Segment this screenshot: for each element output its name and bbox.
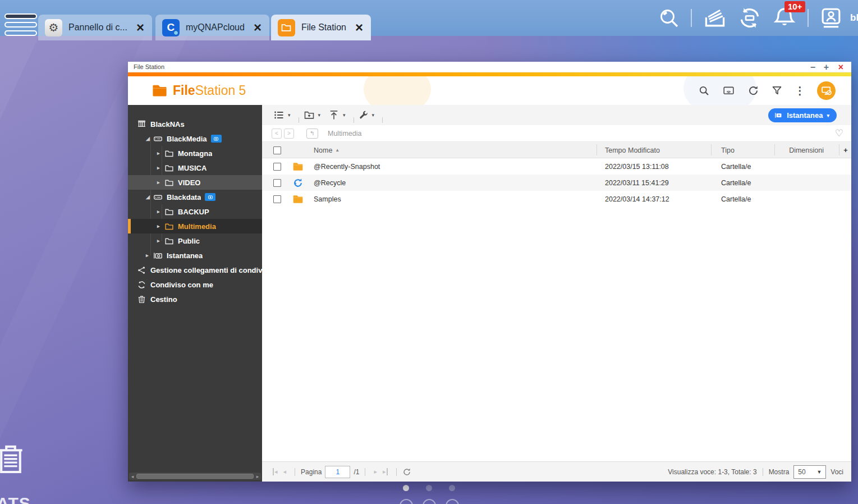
expand-caret-icon[interactable]: ▸ [146, 253, 153, 258]
expand-caret-icon[interactable]: ▸ [157, 180, 164, 185]
tab-pannello-di-controllo[interactable]: ⚙ Pannello di c... × [38, 15, 152, 40]
file-name[interactable]: @Recently-Snapshot [314, 158, 380, 175]
favorite-heart-icon[interactable]: ♡ [835, 127, 843, 139]
scroll-right-arrow-icon[interactable]: ▸ [254, 474, 261, 479]
notification-badge: 10+ [784, 1, 805, 12]
sidebar-item-public[interactable]: ▸ Public [128, 233, 262, 248]
sidebar-item-backup[interactable]: ▸ BACKUP [128, 204, 262, 219]
next-page-icon[interactable]: ▸ [374, 468, 377, 475]
remote-mount-button[interactable] [817, 81, 836, 100]
chevron-down-icon[interactable]: ▾ [318, 112, 321, 118]
close-tab-icon[interactable]: × [355, 21, 363, 34]
expand-caret-icon[interactable]: ▸ [157, 223, 164, 229]
sidebar-item-montagna[interactable]: ▸ Montagna [128, 146, 262, 161]
sidebar-item-blacknas[interactable]: BlackNAs [128, 117, 262, 131]
previous-page-icon[interactable]: ◂ [283, 468, 287, 475]
column-divider[interactable] [711, 144, 712, 155]
page-number-input[interactable] [325, 466, 350, 478]
filter-icon[interactable] [771, 85, 783, 97]
upload-group: ▾ [328, 109, 346, 121]
tab-myqnapcloud[interactable]: C myQNAPcloud × [155, 15, 269, 40]
sidebar-item-blackmedia[interactable]: ◢ BlackMedia [128, 131, 262, 146]
expand-caret-icon[interactable]: ▸ [157, 209, 164, 214]
notifications-bell-icon[interactable]: 10+ [772, 6, 797, 30]
sidebar-item-condiviso-con-me[interactable]: Condiviso con me [128, 277, 262, 292]
accent-gradient-bar [128, 72, 851, 76]
row-checkbox[interactable] [273, 195, 281, 203]
upload-icon[interactable] [328, 109, 339, 121]
chevron-down-icon[interactable]: ▾ [343, 112, 346, 118]
page-dot[interactable] [426, 485, 432, 491]
desktop-recycle-bin-shortcut[interactable]: ATS [0, 436, 31, 504]
add-column-button[interactable]: + [839, 142, 851, 158]
window-titlebar[interactable]: File Station − + × [128, 62, 851, 72]
table-row-samples[interactable]: Samples 2022/03/14 14:37:12 Cartella/e [262, 191, 851, 207]
table-row-recently-snapshot[interactable]: @Recently-Snapshot 2022/03/15 13:11:08 C… [262, 158, 851, 175]
select-all-checkbox[interactable] [273, 146, 281, 154]
column-header-dimensioni[interactable]: Dimensioni [774, 142, 831, 158]
search-icon[interactable] [698, 85, 710, 97]
maximize-button[interactable]: + [824, 62, 829, 72]
sidebar-item-istantanea[interactable]: ▸ Istantanea [128, 248, 262, 263]
partial-circle [423, 499, 436, 504]
page-dot[interactable] [449, 485, 455, 491]
scroll-left-arrow-icon[interactable]: ◂ [129, 474, 136, 479]
expand-caret-icon[interactable]: ▸ [157, 150, 164, 156]
close-window-button[interactable]: × [838, 62, 843, 72]
sidebar-item-video[interactable]: ▸ VIDEO [128, 175, 262, 190]
table-row-recycle[interactable]: @Recycle 2022/03/11 15:41:29 Cartella/e [262, 175, 851, 191]
column-header-nome[interactable]: Nome ▲ [314, 142, 339, 158]
page-dot-active[interactable] [403, 485, 409, 491]
sidebar-item-cestino[interactable]: Cestino [128, 292, 262, 306]
last-page-icon[interactable]: ▸ [383, 468, 388, 475]
remote-display-icon[interactable] [722, 85, 736, 97]
main-menu-icon[interactable] [4, 13, 37, 39]
forward-button[interactable]: > [284, 129, 294, 139]
sidebar-item-multimedia[interactable]: ▸ Multimedia [128, 219, 262, 233]
sidebar-item-musica[interactable]: ▸ MUSICA [128, 161, 262, 175]
list-view-icon[interactable] [273, 109, 285, 121]
page-size-select[interactable]: 50 ▼ [793, 465, 826, 479]
toolbar-divider [382, 117, 383, 123]
chevron-down-icon[interactable]: ▾ [372, 112, 375, 118]
sync-status-icon[interactable] [737, 6, 762, 30]
row-checkbox[interactable] [273, 179, 281, 187]
back-button[interactable]: < [272, 129, 282, 139]
wrench-tools-icon[interactable] [359, 110, 369, 120]
collapse-caret-icon[interactable]: ◢ [146, 194, 153, 200]
minimize-button[interactable]: − [810, 62, 815, 72]
tab-file-station[interactable]: File Station × [271, 15, 371, 40]
expand-caret-icon[interactable]: ▸ [157, 238, 164, 244]
new-folder-icon[interactable] [304, 109, 315, 121]
sidebar-item-gestione-collegamenti[interactable]: Gestione collegamenti di condivisi [128, 263, 262, 277]
folder-icon [292, 191, 304, 207]
scrollbar-thumb[interactable] [136, 474, 254, 479]
sidebar-horizontal-scrollbar[interactable]: ◂ ▸ [129, 473, 261, 480]
background-tasks-icon[interactable] [703, 6, 727, 30]
expand-caret-icon[interactable]: ▸ [157, 165, 164, 171]
column-divider[interactable] [597, 144, 597, 155]
first-page-icon[interactable]: ◂ [273, 468, 278, 475]
sidebar-item-blackdata[interactable]: ◢ Blackdata [128, 190, 262, 204]
more-options-kebab-icon[interactable]: ⋮ [795, 84, 805, 97]
global-search-icon[interactable] [658, 7, 680, 29]
file-name[interactable]: @Recycle [314, 175, 346, 191]
desktop-topbar: ⚙ Pannello di c... × C myQNAPcloud × Fil… [0, 0, 858, 36]
go-up-button[interactable]: ↰ [306, 129, 318, 139]
row-checkbox[interactable] [273, 163, 281, 171]
column-header-tempo-modificato[interactable]: Tempo Modificato [605, 142, 660, 158]
close-tab-icon[interactable]: × [136, 21, 144, 34]
close-tab-icon[interactable]: × [254, 21, 261, 34]
cloud-lock-dot [173, 30, 178, 35]
file-name[interactable]: Samples [314, 191, 341, 207]
refresh-icon[interactable] [747, 85, 759, 97]
column-header-tipo[interactable]: Tipo [721, 142, 735, 158]
breadcrumb-path[interactable]: Multimedia [328, 130, 835, 138]
refresh-list-icon[interactable] [402, 468, 411, 476]
snapshot-button[interactable]: Istantanea ▾ [768, 108, 837, 122]
folder-icon [164, 236, 174, 246]
user-account-icon[interactable] [819, 6, 843, 30]
chevron-down-icon[interactable]: ▾ [288, 112, 291, 118]
collapse-caret-icon[interactable]: ◢ [146, 136, 153, 141]
page-size-value: 50 [798, 468, 805, 476]
